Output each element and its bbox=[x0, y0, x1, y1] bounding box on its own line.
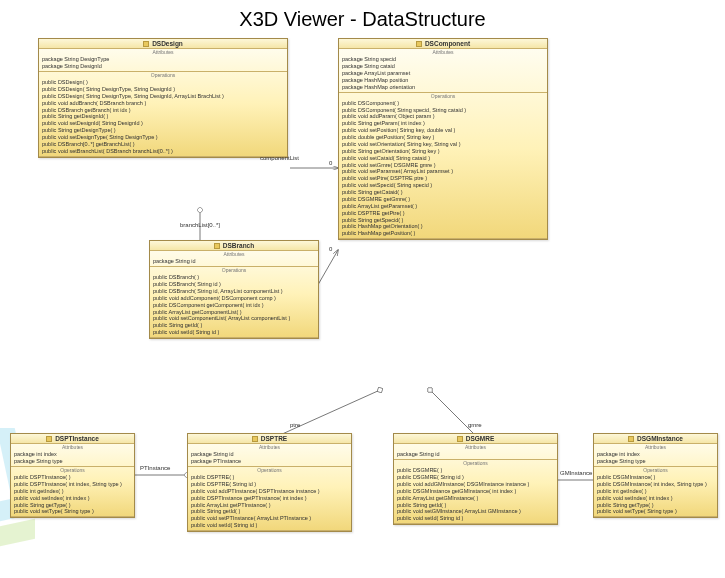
member-row: public void setType( String type ) bbox=[597, 508, 714, 515]
member-row: public void addBranch( DSBranch branch ) bbox=[42, 100, 284, 107]
member-row: public DSBranch( String id ) bbox=[153, 281, 315, 288]
member-row: public void setGmre( DSGMRE gmre ) bbox=[342, 162, 544, 169]
class-name: DSBranch bbox=[223, 242, 254, 249]
member-row: public void setSpecid( String specid ) bbox=[342, 182, 544, 189]
member-row: package ArrayList paramset bbox=[342, 70, 544, 77]
member-row: public DSPTInstance getPTInstance( int i… bbox=[191, 495, 348, 502]
member-row: public void setIndex( int index ) bbox=[597, 495, 714, 502]
member-row: public void setType( String type ) bbox=[14, 508, 131, 515]
member-row: package int index bbox=[14, 451, 131, 458]
attr-list: package int indexpackage String type bbox=[594, 450, 717, 466]
member-row: public int getIndex( ) bbox=[14, 488, 131, 495]
member-row: public String getCataid( ) bbox=[342, 189, 544, 196]
member-row: public DSComponent getComponent( int idx… bbox=[153, 302, 315, 309]
attr-list: package String DesignTypepackage String … bbox=[39, 55, 287, 71]
member-row: public void setOrientation( String key, … bbox=[342, 141, 544, 148]
member-row: package String DesignId bbox=[42, 63, 284, 70]
member-row: public HashMap getPosition( ) bbox=[342, 230, 544, 237]
class-dsgminstance: DSGMInstance Attributespackage int index… bbox=[593, 433, 718, 518]
member-row: public DSDesign( String DesignType, Stri… bbox=[42, 93, 284, 100]
member-row: public void setDesignType( String Design… bbox=[42, 134, 284, 141]
member-row: public String getId( ) bbox=[397, 502, 554, 509]
member-row: public void addGMInstance( DSGMInstance … bbox=[397, 481, 554, 488]
member-row: public ArrayList getGMInstance( ) bbox=[397, 495, 554, 502]
member-row: public ArrayList getPTInstance( ) bbox=[191, 502, 348, 509]
member-row: public String getDesignType( ) bbox=[42, 127, 284, 134]
member-row: package String specid bbox=[342, 56, 544, 63]
member-row: public String getId( ) bbox=[153, 322, 315, 329]
attr-list: package String idpackage PTInstance bbox=[188, 450, 351, 466]
class-name: DSGMRE bbox=[466, 435, 495, 442]
edge-mult-b: 0 bbox=[329, 246, 332, 252]
edge-label-ptre: ptre bbox=[290, 422, 300, 428]
member-row: public ArrayList getComponentList( ) bbox=[153, 309, 315, 316]
ops-list: public DSDesign( )public DSDesign( Strin… bbox=[39, 78, 287, 156]
edge-label-pti: PTInstance bbox=[140, 465, 170, 471]
member-row: public ArrayList getParamset( ) bbox=[342, 203, 544, 210]
member-row: package String type bbox=[597, 458, 714, 465]
class-name: DSComponent bbox=[425, 40, 470, 47]
member-row: public void setId( String id ) bbox=[191, 522, 348, 529]
member-row: public String getParam( int index ) bbox=[342, 120, 544, 127]
ops-list: public DSPTInstance( )public DSPTInstanc… bbox=[11, 473, 134, 516]
member-row: public DSPTRE( ) bbox=[191, 474, 348, 481]
member-row: public DSGMInstance( ) bbox=[597, 474, 714, 481]
member-row: package String cataid bbox=[342, 63, 544, 70]
member-row: package HashMap position bbox=[342, 77, 544, 84]
member-row: public DSBranch( String id, ArrayList co… bbox=[153, 288, 315, 295]
member-row: public void addComponent( DSComponent co… bbox=[153, 295, 315, 302]
edge-label-gmre: gmre bbox=[468, 422, 482, 428]
class-name: DSPTInstance bbox=[55, 435, 99, 442]
member-row: package HashMap orientation bbox=[342, 84, 544, 91]
class-dsbranch: DSBranch Attributespackage String id Ope… bbox=[149, 240, 319, 339]
member-row: public String getSpecid( ) bbox=[342, 217, 544, 224]
member-row: public void setParamset( ArrayList param… bbox=[342, 168, 544, 175]
member-row: public DSGMRE( ) bbox=[397, 467, 554, 474]
ops-list: public DSBranch( )public DSBranch( Strin… bbox=[150, 273, 318, 337]
class-dsptre: DSPTRE Attributespackage String idpackag… bbox=[187, 433, 352, 532]
class-dsgmre: DSGMRE Attributespackage String id Opera… bbox=[393, 433, 558, 525]
attr-list: package String id bbox=[394, 450, 557, 459]
member-row: package int index bbox=[597, 451, 714, 458]
attr-list: package int indexpackage String type bbox=[11, 450, 134, 466]
member-row: public DSPTInstance( int index, String t… bbox=[14, 481, 131, 488]
member-row: package PTInstance bbox=[191, 458, 348, 465]
member-row: public DSDesign( ) bbox=[42, 79, 284, 86]
edge-label-branchlist: branchList[0..*] bbox=[180, 222, 220, 228]
member-row: public void addPTInstance( DSPTInstance … bbox=[191, 488, 348, 495]
member-row: public DSDesign( String DesignType, Stri… bbox=[42, 86, 284, 93]
attr-list: package String specidpackage String cata… bbox=[339, 55, 547, 91]
member-row: public void setDesignId( String DesignId… bbox=[42, 120, 284, 127]
member-row: package String type bbox=[14, 458, 131, 465]
member-row: public DSBranch getBranch( int idx ) bbox=[42, 107, 284, 114]
member-row: package String DesignType bbox=[42, 56, 284, 63]
class-dsdesign: DSDesign Attributespackage String Design… bbox=[38, 38, 288, 158]
member-row: public String getType( ) bbox=[14, 502, 131, 509]
class-name: DSGMInstance bbox=[637, 435, 683, 442]
edge-label-componentlist: componentList bbox=[260, 155, 299, 161]
member-row: public DSPTInstance( ) bbox=[14, 474, 131, 481]
ops-list: public DSGMRE( )public DSGMRE( String id… bbox=[394, 466, 557, 523]
member-row: public DSGMInstance getGMInstance( int i… bbox=[397, 488, 554, 495]
member-row: public String getType( ) bbox=[597, 502, 714, 509]
member-row: public void setIndex( int index ) bbox=[14, 495, 131, 502]
member-row: public void setGMInstance( ArrayList GMI… bbox=[397, 508, 554, 515]
member-row: public void setPtre( DSPTRE ptre ) bbox=[342, 175, 544, 182]
class-dsptinstance: DSPTInstance Attributespackage int index… bbox=[10, 433, 135, 518]
member-row: public DSGMInstance( int index, String t… bbox=[597, 481, 714, 488]
member-row: public DSPTRE( String id ) bbox=[191, 481, 348, 488]
member-row: package String id bbox=[397, 451, 554, 458]
member-row: public void setPTInstance( ArrayList PTI… bbox=[191, 515, 348, 522]
svg-line-4 bbox=[430, 390, 475, 435]
edge-mult-a: 0 bbox=[329, 160, 332, 166]
member-row: public DSPTRE getPtre( ) bbox=[342, 210, 544, 217]
ops-list: public DSComponent( )public DSComponent(… bbox=[339, 99, 547, 239]
member-row: public DSGMRE getGmre( ) bbox=[342, 196, 544, 203]
member-row: public void setPosition( String key, dou… bbox=[342, 127, 544, 134]
member-row: public double getPosition( String key ) bbox=[342, 134, 544, 141]
member-row: public String getId( ) bbox=[191, 508, 348, 515]
class-name: DSDesign bbox=[152, 40, 183, 47]
member-row: public void setId( String id ) bbox=[153, 329, 315, 336]
class-name: DSPTRE bbox=[261, 435, 287, 442]
member-row: public void addParam( Object param ) bbox=[342, 113, 544, 120]
